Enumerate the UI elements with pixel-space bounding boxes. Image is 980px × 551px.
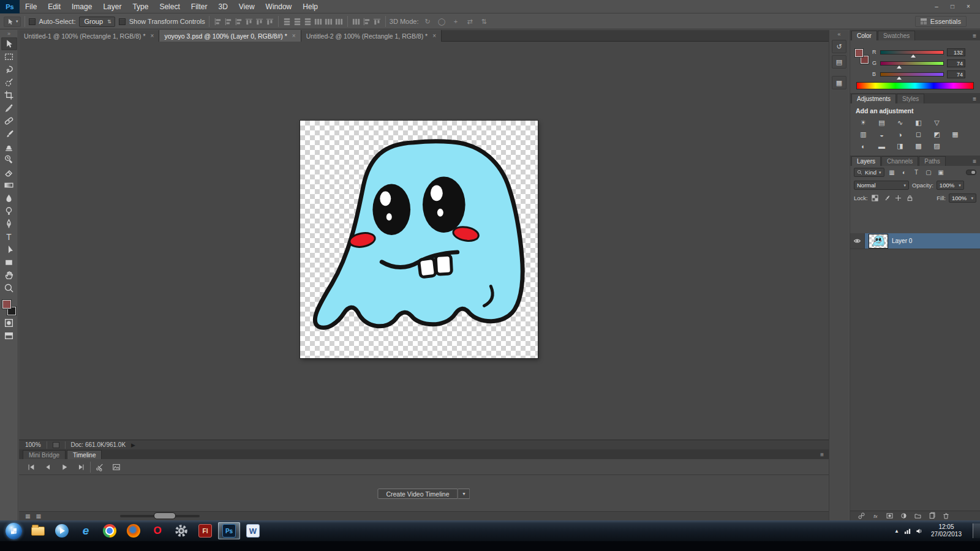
taskbar-flash[interactable]: Fl: [194, 522, 216, 539]
menu-filter[interactable]: Filter: [186, 0, 213, 13]
tool-gradient[interactable]: [1, 179, 17, 192]
color-spectrum-ramp[interactable]: [856, 82, 974, 89]
menu-help[interactable]: Help: [297, 0, 323, 13]
invert-icon[interactable]: ◐: [856, 141, 871, 151]
align-right-edges-button[interactable]: [234, 17, 243, 26]
tool-brush[interactable]: [1, 127, 17, 140]
filtering-toggle[interactable]: [966, 170, 976, 175]
tab-adjustments[interactable]: Adjustments: [851, 94, 896, 103]
tray-expand-icon[interactable]: ▲: [894, 528, 899, 534]
tool-quick-selection[interactable]: [1, 76, 17, 89]
align-vertical-centers-button[interactable]: [255, 17, 264, 26]
workspace-switcher[interactable]: Essentials: [915, 16, 967, 27]
green-value-field[interactable]: 74: [947, 59, 965, 67]
tool-blur[interactable]: [1, 192, 17, 204]
3d-drag-icon[interactable]: +: [451, 18, 461, 25]
channel-mixer-icon[interactable]: ◩: [929, 130, 944, 139]
fill-field[interactable]: 100% ▾: [949, 193, 976, 203]
tab-paths[interactable]: Paths: [919, 156, 946, 166]
distribute-horizontal-centers-button[interactable]: [324, 17, 333, 26]
tool-preset-picker[interactable]: ▾: [4, 17, 21, 27]
layer-thumbnail[interactable]: [869, 234, 888, 248]
doc-tab-untitled-1[interactable]: Untitled-1 @ 100% (Rectangle 1, RGB/8) *…: [19, 30, 159, 42]
align-left-edges-button[interactable]: [213, 17, 222, 26]
panel-menu-icon[interactable]: ≡: [820, 451, 829, 459]
layer-style-fx-icon[interactable]: fx: [872, 512, 880, 520]
red-slider[interactable]: [880, 50, 944, 54]
align-bottom-edges-button[interactable]: [265, 17, 274, 26]
tool-type[interactable]: T: [1, 230, 17, 243]
3d-roll-icon[interactable]: ◯: [437, 18, 447, 26]
tool-screen-mode[interactable]: [1, 329, 17, 342]
properties-panel-icon[interactable]: ▤: [832, 55, 846, 69]
filter-kind-dropdown[interactable]: Kind ▾: [854, 168, 884, 177]
frame-thumbnails-large-icon[interactable]: ▦: [36, 513, 42, 519]
color-balance-icon[interactable]: ◒: [874, 130, 889, 139]
align-top-edges-button[interactable]: [244, 17, 254, 26]
lock-image-pixels-icon[interactable]: [883, 195, 891, 201]
menu-file[interactable]: File: [20, 0, 42, 13]
distribute-top-edges-button[interactable]: [282, 17, 292, 26]
taskbar-chrome[interactable]: [99, 522, 121, 539]
tool-history-brush[interactable]: [1, 153, 17, 166]
levels-icon[interactable]: ▤: [874, 118, 889, 127]
filter-shape-layers-icon[interactable]: ▢: [924, 169, 933, 176]
doc-tab-yoyoyo-3[interactable]: yoyoyo 3.psd @ 100% (Layer 0, RGB/8#) * …: [159, 30, 301, 42]
tool-dodge[interactable]: [1, 204, 17, 217]
minimize-button[interactable]: –: [929, 1, 944, 12]
3d-scale-icon[interactable]: ⇅: [479, 18, 489, 26]
posterize-icon[interactable]: ▬: [874, 141, 889, 151]
tab-mini-bridge[interactable]: Mini Bridge: [23, 450, 66, 459]
new-adjustment-layer-icon[interactable]: [900, 512, 908, 520]
blue-slider[interactable]: [880, 72, 944, 77]
tool-healing-brush[interactable]: [1, 114, 17, 127]
tool-hand[interactable]: [1, 269, 17, 282]
selective-color-icon[interactable]: ▨: [929, 141, 944, 151]
auto-align-button[interactable]: [352, 17, 361, 26]
filter-pixel-layers-icon[interactable]: ▦: [888, 169, 897, 176]
tool-crop[interactable]: [1, 89, 17, 102]
distribute-bottom-edges-button[interactable]: [303, 17, 312, 26]
filter-smart-objects-icon[interactable]: ▣: [937, 169, 946, 176]
tool-rectangular-marquee[interactable]: [1, 50, 17, 63]
start-button[interactable]: [6, 523, 22, 539]
new-layer-icon[interactable]: [928, 512, 936, 520]
tab-color[interactable]: Color: [851, 31, 877, 40]
auto-select-checkbox[interactable]: [29, 18, 36, 25]
taskbar-opera[interactable]: O: [146, 522, 168, 539]
tool-shape-rectangle[interactable]: [1, 256, 17, 269]
toolbar-collapse-icon[interactable]: »: [7, 31, 10, 37]
blue-value-field[interactable]: 74: [947, 70, 965, 78]
timeline-type-dropdown[interactable]: ▼: [458, 489, 470, 499]
create-video-timeline-button[interactable]: Create Video Timeline: [377, 489, 458, 499]
menu-layer[interactable]: Layer: [97, 0, 127, 13]
blend-mode-dropdown[interactable]: Normal ▾: [854, 181, 909, 190]
doc-tab-untitled-2[interactable]: Untitled-2 @ 100% (Rectangle 1, RGB/8) *…: [301, 30, 442, 42]
info-panel-icon[interactable]: ▦: [832, 76, 846, 89]
auto-blend-button[interactable]: [372, 17, 382, 26]
timeline-zoom-thumb[interactable]: [154, 513, 175, 519]
layer-row-layer-0[interactable]: Layer 0: [850, 233, 980, 249]
tab-timeline[interactable]: Timeline: [67, 450, 102, 459]
menu-window[interactable]: Window: [260, 0, 298, 13]
tool-quick-mask[interactable]: [1, 317, 17, 329]
foreground-color-swatch[interactable]: [2, 300, 11, 309]
menu-select[interactable]: Select: [154, 0, 185, 13]
show-desktop-button[interactable]: [973, 523, 980, 538]
menu-edit[interactable]: Edit: [42, 0, 66, 13]
filter-type-layers-icon[interactable]: T: [912, 169, 921, 176]
tool-pen[interactable]: [1, 217, 17, 230]
tool-move[interactable]: [1, 37, 17, 50]
brightness-contrast-icon[interactable]: ☀: [856, 118, 871, 127]
close-icon[interactable]: ×: [292, 32, 296, 39]
photo-filter-icon[interactable]: ◻: [911, 130, 926, 139]
align-horizontal-centers-button[interactable]: [224, 17, 233, 26]
red-slider-thumb[interactable]: [911, 54, 916, 58]
tab-layers[interactable]: Layers: [851, 156, 881, 166]
3d-slide-icon[interactable]: ⇄: [465, 18, 475, 26]
taskbar-photoshop[interactable]: Ps: [218, 522, 240, 539]
layer-name[interactable]: Layer 0: [892, 238, 912, 244]
curves-icon[interactable]: ∿: [892, 118, 908, 127]
tab-styles[interactable]: Styles: [897, 94, 924, 103]
taskbar-explorer[interactable]: [27, 522, 49, 539]
